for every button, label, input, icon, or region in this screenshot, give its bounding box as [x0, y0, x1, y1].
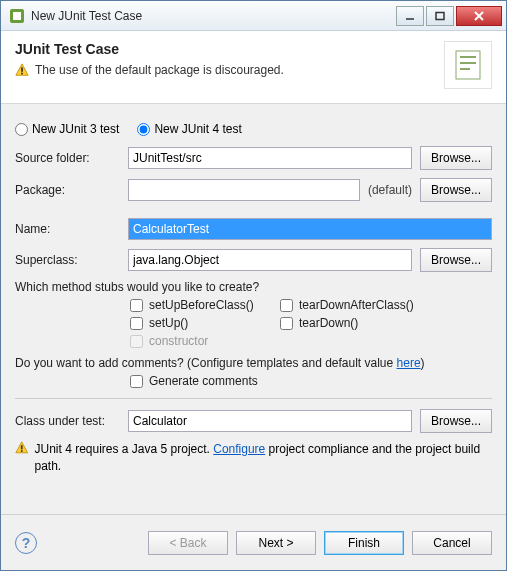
teardownafterclass-checkbox[interactable]: tearDownAfterClass()	[280, 298, 440, 312]
window-controls	[396, 6, 502, 26]
svg-rect-15	[21, 450, 23, 452]
minimize-button[interactable]	[396, 6, 424, 26]
svg-rect-14	[21, 445, 23, 449]
junit3-radio[interactable]: New JUnit 3 test	[15, 122, 119, 136]
superclass-label: Superclass:	[15, 253, 120, 267]
setup-checkbox[interactable]: setUp()	[130, 316, 280, 330]
stubs-grid: setUpBeforeClass() tearDownAfterClass() …	[130, 298, 492, 330]
app-icon	[9, 8, 25, 24]
warning-icon	[15, 441, 28, 455]
junit4-radio[interactable]: New JUnit 4 test	[137, 122, 241, 136]
superclass-browse-button[interactable]: Browse...	[420, 248, 492, 272]
banner: JUnit Test Case The use of the default p…	[1, 31, 506, 104]
footer: ? < Back Next > Finish Cancel	[1, 514, 506, 570]
svg-rect-7	[21, 67, 23, 71]
bottom-warning: JUnit 4 requires a Java 5 project. Confi…	[15, 441, 492, 475]
content-area: New JUnit 3 test New JUnit 4 test Source…	[1, 104, 506, 514]
back-button: < Back	[148, 531, 228, 555]
source-folder-input[interactable]	[128, 147, 412, 169]
svg-rect-8	[21, 73, 23, 75]
wizard-icon	[444, 41, 492, 89]
default-tag: (default)	[368, 183, 412, 197]
page-title: JUnit Test Case	[15, 41, 444, 57]
configure-compliance-link[interactable]: Configure	[213, 442, 265, 456]
finish-button[interactable]: Finish	[324, 531, 404, 555]
warning-icon	[15, 63, 29, 77]
generate-comments-checkbox[interactable]: Generate comments	[130, 374, 430, 388]
setupbeforeclass-checkbox[interactable]: setUpBeforeClass()	[130, 298, 280, 312]
separator	[15, 398, 492, 399]
constructor-checkbox: constructor	[130, 334, 430, 348]
name-label: Name:	[15, 222, 120, 236]
teardown-checkbox[interactable]: tearDown()	[280, 316, 440, 330]
stubs-question: Which method stubs would you like to cre…	[15, 280, 492, 294]
name-input[interactable]	[128, 218, 492, 240]
package-input[interactable]	[128, 179, 360, 201]
next-button[interactable]: Next >	[236, 531, 316, 555]
comments-question: Do you want to add comments? (Configure …	[15, 356, 492, 370]
source-folder-label: Source folder:	[15, 151, 120, 165]
class-under-test-input[interactable]	[128, 410, 412, 432]
banner-warning-text: The use of the default package is discou…	[35, 63, 284, 77]
package-label: Package:	[15, 183, 120, 197]
configure-templates-link[interactable]: here	[397, 356, 421, 370]
svg-rect-9	[456, 51, 480, 79]
source-browse-button[interactable]: Browse...	[420, 146, 492, 170]
svg-rect-1	[13, 12, 21, 20]
window-title: New JUnit Test Case	[31, 9, 396, 23]
titlebar[interactable]: New JUnit Test Case	[1, 1, 506, 31]
help-button[interactable]: ?	[15, 532, 37, 554]
dialog-window: New JUnit Test Case JUnit Test Case The …	[0, 0, 507, 571]
maximize-button[interactable]	[426, 6, 454, 26]
cancel-button[interactable]: Cancel	[412, 531, 492, 555]
svg-rect-3	[436, 12, 444, 19]
superclass-input[interactable]	[128, 249, 412, 271]
class-under-test-label: Class under test:	[15, 414, 120, 428]
junit-version-group: New JUnit 3 test New JUnit 4 test	[15, 122, 492, 136]
close-button[interactable]	[456, 6, 502, 26]
package-browse-button[interactable]: Browse...	[420, 178, 492, 202]
class-under-test-browse-button[interactable]: Browse...	[420, 409, 492, 433]
